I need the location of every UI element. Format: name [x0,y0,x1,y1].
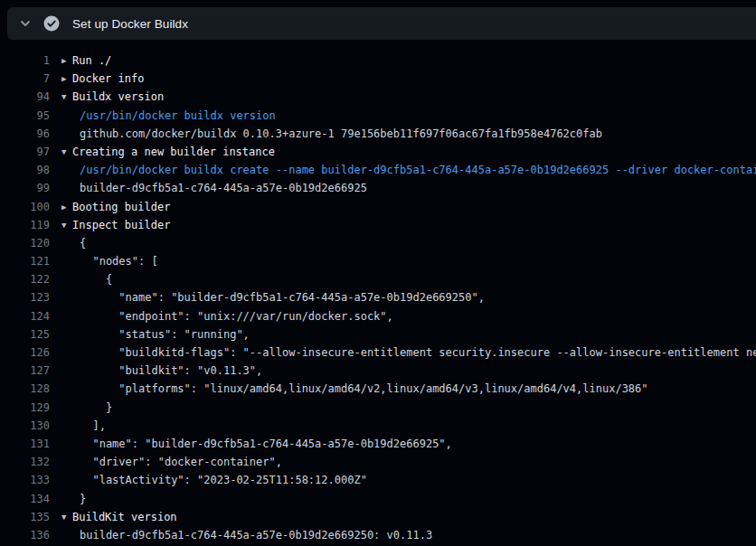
log-line[interactable]: 7 ▶Docker info [0,70,756,88]
line-number[interactable]: 134 [0,490,50,508]
log-line-text: /usr/bin/docker buildx version [80,109,276,122]
log-line: 127 "buildkit": "v0.11.3", [0,362,756,380]
step-title: Set up Docker Buildx [72,17,188,31]
log-line[interactable]: 119 ▼Inspect builder [0,216,756,234]
group-toggle-arrow[interactable]: ▶ [61,52,72,70]
log-line-text: Run ./ [72,54,111,67]
actions-log-viewer: Set up Docker Buildx 1 ▶Run ./ 7 ▶Docker… [0,0,756,546]
log-line-text: builder-d9cfb5a1-c764-445a-a57e-0b19d2e6… [80,182,367,194]
log-line: 98 /usr/bin/docker buildx create --name … [0,161,756,179]
log-line-text: Inspect builder [72,219,170,231]
line-number[interactable]: 129 [0,399,50,417]
group-toggle-arrow[interactable]: ▼ [61,88,72,106]
log-line[interactable]: 97 ▼Creating a new builder instance [0,143,756,161]
step-header[interactable]: Set up Docker Buildx [7,7,756,40]
log-line: 132 "driver": "docker-container", [0,453,756,471]
log-line: 123 "name": "builder-d9cfb5a1-c764-445a-… [0,288,756,306]
line-number[interactable]: 97 [0,143,50,161]
chevron-down-icon[interactable] [14,13,36,34]
log-line-text: Booting builder [72,201,170,213]
log-line-text: "name": "builder-d9cfb5a1-c764-445a-a57e… [80,291,485,304]
log-line-text: { [80,273,112,286]
line-number[interactable]: 127 [0,362,50,380]
line-number[interactable]: 126 [0,344,50,362]
log-line-text: "buildkit": "v0.11.3", [80,364,262,377]
line-number[interactable]: 1 [0,52,50,70]
log-line-text: BuildKit version [72,511,177,523]
line-number[interactable]: 96 [0,125,50,143]
log-line-text: builder-d9cfb5a1-c764-445a-a57e-0b19d2e6… [80,529,432,541]
log-line: 129 } [0,399,756,417]
log-line-text: Docker info [72,72,144,85]
group-toggle-arrow[interactable]: ▶ [61,198,72,216]
line-number[interactable]: 125 [0,325,50,344]
group-toggle-arrow[interactable]: ▶ [61,70,72,88]
line-number[interactable]: 130 [0,417,50,435]
log-line-text: "endpoint": "unix:///var/run/docker.sock… [80,310,393,323]
log-line: 99 builder-d9cfb5a1-c764-445a-a57e-0b19d… [0,179,756,197]
log-line-text: "buildkitd-flags": "--allow-insecure-ent… [80,346,756,359]
log-line-text: Creating a new builder instance [72,146,275,158]
log-line: 130 ], [0,417,756,435]
line-number[interactable]: 98 [0,161,50,179]
log-line: 120 { [0,234,756,252]
log-line-text: "status": "running", [80,328,250,341]
line-number[interactable]: 133 [0,471,50,489]
log-line-text: Buildx version [72,90,164,103]
line-number[interactable]: 99 [0,179,50,197]
log-area: 1 ▶Run ./ 7 ▶Docker info 94 ▼Buildx vers… [0,40,756,546]
log-line: 128 "platforms": "linux/amd64,linux/amd6… [0,380,756,398]
log-line-text: "name": "builder-d9cfb5a1-c764-445a-a57e… [80,438,452,450]
line-number[interactable]: 95 [0,107,50,125]
line-number[interactable]: 121 [0,252,50,270]
log-line: 121 "nodes": [ [0,252,756,270]
log-line-text: github.com/docker/buildx 0.10.3+azure-1 … [80,127,602,140]
line-number[interactable]: 135 [0,508,50,526]
line-number[interactable]: 119 [0,216,50,234]
log-line: 136 builder-d9cfb5a1-c764-445a-a57e-0b19… [0,526,756,544]
group-toggle-arrow[interactable]: ▼ [61,143,72,161]
log-line-text: { [80,237,86,249]
line-number[interactable]: 124 [0,307,50,325]
log-line-text: "nodes": [ [80,255,158,268]
line-number[interactable]: 132 [0,453,50,471]
log-line: 133 "lastActivity": "2023-02-25T11:58:12… [0,471,756,489]
log-line-text: ], [80,419,106,432]
log-line: 122 { [0,270,756,288]
log-line-text: "driver": "docker-container", [80,456,282,468]
line-number[interactable]: 7 [0,70,50,88]
log-line[interactable]: 100 ▶Booting builder [0,198,756,216]
log-line[interactable]: 94 ▼Buildx version [0,88,756,106]
log-line[interactable]: 1 ▶Run ./ [0,52,756,70]
line-number[interactable]: 123 [0,288,50,306]
log-line: 124 "endpoint": "unix:///var/run/docker.… [0,307,756,325]
log-line-text: /usr/bin/docker buildx create --name bui… [80,164,756,176]
log-line: 126 "buildkitd-flags": "--allow-insecure… [0,344,756,362]
line-number[interactable]: 94 [0,88,50,106]
line-number[interactable]: 122 [0,270,50,288]
line-number[interactable]: 131 [0,435,50,453]
log-line-text: "lastActivity": "2023-02-25T11:58:12.000… [80,474,367,486]
log-line: 96 github.com/docker/buildx 0.10.3+azure… [0,125,756,143]
log-line: 131 "name": "builder-d9cfb5a1-c764-445a-… [0,435,756,453]
line-number[interactable]: 128 [0,380,50,398]
group-toggle-arrow[interactable]: ▼ [61,216,72,234]
log-line-text: "platforms": "linux/amd64,linux/amd64/v2… [80,382,648,395]
line-number[interactable]: 100 [0,198,50,216]
log-line: 95 /usr/bin/docker buildx version [0,107,756,125]
group-toggle-arrow[interactable]: ▼ [61,508,72,526]
log-line: 125 "status": "running", [0,325,756,344]
log-line[interactable]: 135 ▼BuildKit version [0,508,756,526]
check-circle-icon [40,13,63,34]
log-line-text: } [80,493,86,505]
log-line: 134 } [0,490,756,508]
line-number[interactable]: 136 [0,526,50,544]
line-number[interactable]: 120 [0,234,50,252]
log-line-text: } [80,401,112,414]
